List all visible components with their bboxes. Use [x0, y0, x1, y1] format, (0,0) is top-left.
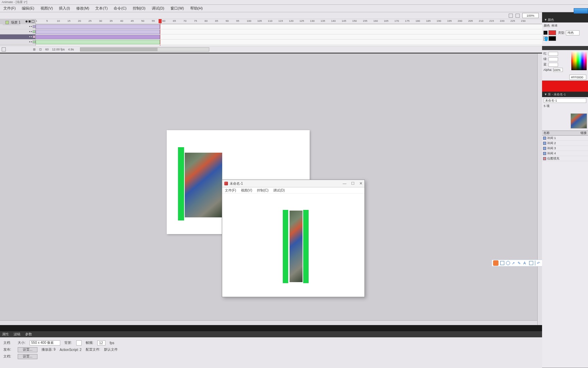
col-name[interactable]: 名称: [543, 131, 550, 135]
color-panel-header[interactable]: ▼ 颜色: [542, 17, 588, 22]
color-type-dropdown[interactable]: 纯色: [566, 30, 579, 35]
rect-tool-icon[interactable]: [500, 261, 504, 265]
menu-edit[interactable]: 编辑(E): [22, 6, 34, 11]
stage[interactable]: 未命名-1 — ☐ ✕ 文件(F) 视图(V) 控制(C) 调试(D): [0, 53, 542, 325]
fill-stroke-tabs[interactable]: 颜色 样本: [544, 24, 558, 28]
zoom-level-field[interactable]: 100%: [522, 13, 539, 18]
menu-help[interactable]: 帮助(H): [190, 6, 203, 11]
screenshot-annotation-toolbar[interactable]: ➚ ✎ A ↶ 💾 ✕ ✓: [492, 260, 542, 266]
color-spectrum-picker[interactable]: [571, 51, 587, 70]
ruler-tick: 225: [510, 19, 515, 22]
timeline-scrollbar[interactable]: [80, 47, 209, 51]
size-value[interactable]: 550 x 400 像素: [30, 340, 60, 346]
tab-params[interactable]: 参数: [25, 332, 32, 337]
arrow-tool-icon[interactable]: ➚: [512, 261, 516, 265]
preview-menu-control[interactable]: 控制(C): [257, 188, 268, 193]
layer-row[interactable]: ••: [0, 40, 35, 45]
tab-properties[interactable]: 属性: [2, 332, 9, 337]
library-item[interactable]: 补间 3: [542, 146, 588, 151]
red-input[interactable]: [549, 52, 558, 56]
menu-control[interactable]: 控制(O): [133, 6, 146, 11]
fill-swatch[interactable]: [549, 36, 556, 41]
tween-span[interactable]: [36, 40, 160, 44]
tween-span[interactable]: [36, 30, 160, 34]
scene-breadcrumb[interactable]: 场景 1: [3, 20, 20, 25]
menu-file[interactable]: 文件(F): [3, 6, 16, 11]
stroke-swatch[interactable]: [549, 30, 556, 35]
mosaic-tool-icon[interactable]: [529, 261, 533, 265]
text-tool-icon[interactable]: A: [523, 261, 527, 265]
preview-menu-view[interactable]: 视图(V): [241, 188, 252, 193]
library-item[interactable]: 补间 1: [542, 136, 588, 141]
new-layer-icon[interactable]: [2, 47, 6, 51]
maximize-button[interactable]: ☐: [351, 181, 355, 186]
panel-divider[interactable]: [0, 325, 542, 331]
library-item[interactable]: 补间 4: [542, 151, 588, 156]
ruler-tick: 5: [46, 19, 48, 22]
hex-value-field[interactable]: #FF0000: [569, 75, 586, 80]
track[interactable]: [36, 40, 542, 45]
menu-text[interactable]: 文本(T): [95, 6, 108, 11]
frames-area[interactable]: 1510152025303540455055606570758085909510…: [36, 19, 542, 46]
menu-insert[interactable]: 插入(I): [59, 6, 70, 11]
alpha-input[interactable]: [553, 68, 563, 72]
layer-row[interactable]: ••: [0, 34, 35, 40]
preview-titlebar[interactable]: 未命名-1 — ☐ ✕: [222, 180, 364, 187]
track[interactable]: [36, 29, 542, 34]
blue-input[interactable]: [549, 63, 558, 67]
onion-skin-outline-icon[interactable]: ⊡: [39, 48, 42, 51]
menu-window[interactable]: 窗口(W): [170, 6, 184, 11]
brush-tool-icon[interactable]: ✎: [518, 261, 522, 265]
stage-vertical-scrollbar[interactable]: [537, 53, 542, 325]
visibility-column-icon[interactable]: [26, 20, 28, 22]
track[interactable]: [36, 34, 542, 40]
main-menu-bar[interactable]: 文件(F) 编辑(E) 视图(V) 插入(I) 修改(M) 文本(T) 命令(C…: [0, 5, 588, 12]
properties-tabs[interactable]: 属性 滤镜 参数: [0, 331, 542, 337]
menu-modify[interactable]: 修改(M): [76, 6, 89, 11]
library-doc-dropdown[interactable]: 未命名-1: [544, 98, 586, 103]
layer-row[interactable]: ••: [0, 29, 35, 34]
preview-menubar[interactable]: 文件(F) 视图(V) 控制(C) 调试(D): [222, 187, 364, 194]
menu-view[interactable]: 视图(V): [40, 6, 53, 11]
library-item-name: 补间 2: [547, 141, 556, 145]
bg-swatch[interactable]: [76, 340, 82, 346]
fps-value[interactable]: 12: [97, 340, 105, 346]
edit-scene-icon[interactable]: [509, 14, 513, 18]
preview-menu-file[interactable]: 文件(F): [225, 188, 236, 193]
timeline-ruler[interactable]: 1510152025303540455055606570758085909510…: [36, 19, 542, 24]
lock-column-icon[interactable]: [29, 20, 31, 22]
green-bar-left[interactable]: [178, 147, 184, 220]
docclass-button[interactable]: 设置...: [18, 354, 37, 359]
library-item[interactable]: 补间 2: [542, 141, 588, 146]
edit-symbol-icon[interactable]: [516, 14, 520, 18]
outline-column-icon[interactable]: [32, 20, 34, 23]
library-item-list[interactable]: 补间 1补间 2补间 3补间 4位图填充: [542, 136, 588, 161]
menu-commands[interactable]: 命令(C): [114, 6, 126, 11]
ruler-tick: 210: [479, 19, 483, 22]
library-columns-header[interactable]: 名称 链接: [542, 131, 588, 136]
green-input[interactable]: [549, 57, 558, 61]
swf-preview-window[interactable]: 未命名-1 — ☐ ✕ 文件(F) 视图(V) 控制(C) 调试(D): [222, 180, 365, 297]
track[interactable]: [36, 24, 542, 29]
stage-horizontal-scrollbar[interactable]: [0, 320, 537, 325]
undo-icon[interactable]: ↶: [537, 261, 541, 265]
publish-settings-button[interactable]: 设置...: [18, 347, 37, 352]
close-button[interactable]: ✕: [359, 181, 362, 186]
library-panel-header[interactable]: ▼ 库 - 未命名-1: [542, 92, 588, 97]
stroke-color-icon[interactable]: ✎: [543, 31, 548, 35]
library-item[interactable]: 位图填充: [542, 156, 588, 161]
stage-photo[interactable]: [185, 153, 222, 217]
workspace-switcher-button[interactable]: [574, 8, 588, 14]
tween-span[interactable]: [36, 25, 160, 29]
minimize-button[interactable]: —: [343, 181, 346, 186]
ruler-tick: 115: [278, 19, 283, 22]
preview-menu-debug[interactable]: 调试(D): [273, 188, 285, 193]
onion-skin-icon[interactable]: ⊞: [33, 48, 36, 51]
tween-span[interactable]: [36, 35, 160, 39]
col-linkage[interactable]: 链接: [581, 131, 587, 135]
circle-tool-icon[interactable]: [506, 261, 510, 265]
fill-color-icon[interactable]: 🪣: [543, 36, 548, 41]
tab-filters[interactable]: 滤镜: [14, 332, 20, 337]
menu-debug[interactable]: 调试(D): [152, 6, 164, 11]
library-item-icon: [543, 157, 546, 160]
